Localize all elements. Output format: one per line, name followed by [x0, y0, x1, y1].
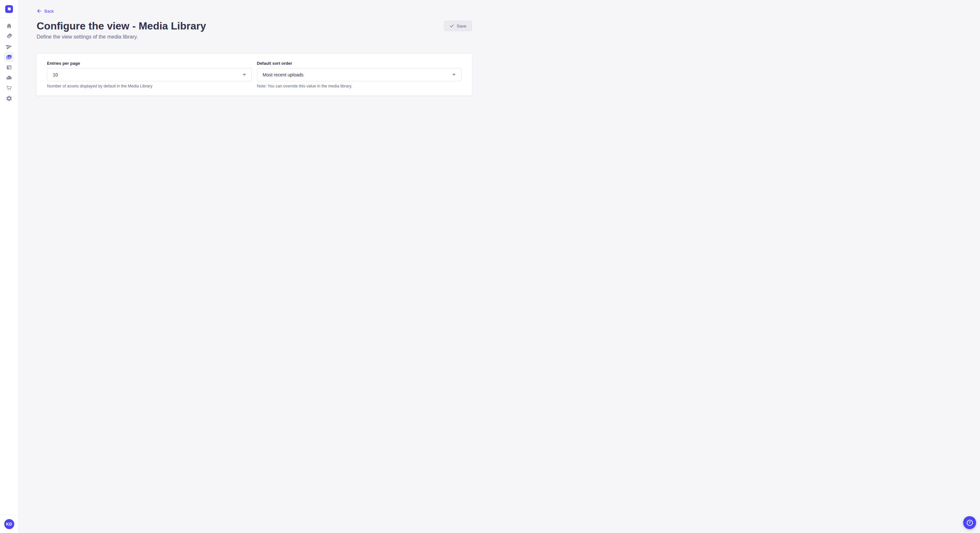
layout-icon	[6, 64, 12, 71]
cart-icon	[6, 85, 12, 91]
sidebar-item-paper-plane[interactable]	[4, 41, 14, 52]
sidebar-nav	[0, 18, 18, 266]
strapi-logo[interactable]	[5, 5, 13, 13]
sidebar-item-cloud[interactable]	[4, 73, 14, 83]
default-sort-order-value: Most recent uploads	[263, 72, 304, 78]
view-settings-card: Entries per page 10 Number of assets dis…	[37, 54, 472, 95]
paper-plane-icon	[6, 43, 12, 50]
entries-per-page-label: Entries per page	[47, 61, 252, 66]
media-library-icon	[6, 54, 12, 60]
sidebar-item-settings[interactable]	[4, 93, 14, 104]
sidebar-item-media-library[interactable]	[4, 52, 14, 62]
gear-icon	[6, 95, 12, 102]
feather-icon	[6, 33, 12, 40]
default-sort-order-hint: Note: You can override this value in the…	[257, 84, 462, 89]
main-content: Back Configure the view - Media Library …	[19, 0, 490, 95]
arrow-left-icon	[37, 8, 42, 14]
back-label: Back	[45, 9, 54, 14]
save-button[interactable]: Save	[444, 21, 472, 31]
page-header: Configure the view - Media Library Save	[37, 19, 472, 32]
entries-per-page-select[interactable]: 10	[47, 68, 252, 81]
caret-down-icon	[452, 74, 456, 76]
sidebar-item-layout[interactable]	[4, 62, 14, 73]
sidebar-item-cart[interactable]	[4, 83, 14, 93]
entries-per-page-hint: Number of assets displayed by default in…	[47, 84, 252, 89]
sidebar-item-feather[interactable]	[4, 31, 14, 41]
cloud-icon	[6, 75, 12, 81]
sidebar: KD	[0, 0, 19, 266]
default-sort-order-label: Default sort order	[257, 61, 462, 66]
default-sort-order-select[interactable]: Most recent uploads	[257, 68, 462, 81]
strapi-logo-icon	[5, 5, 13, 13]
field-entries-per-page: Entries per page 10 Number of assets dis…	[47, 61, 252, 89]
caret-down-icon	[243, 74, 246, 76]
page-title: Configure the view - Media Library	[37, 19, 206, 32]
back-link[interactable]: Back	[37, 8, 54, 14]
page-subtitle: Define the view settings of the media li…	[37, 33, 472, 41]
check-icon	[450, 24, 454, 28]
save-label: Save	[457, 24, 466, 29]
home-icon	[6, 23, 12, 29]
logo-cell	[0, 0, 18, 18]
sidebar-item-home[interactable]	[4, 21, 14, 31]
field-default-sort-order: Default sort order Most recent uploads N…	[257, 61, 462, 89]
entries-per-page-value: 10	[53, 72, 58, 78]
